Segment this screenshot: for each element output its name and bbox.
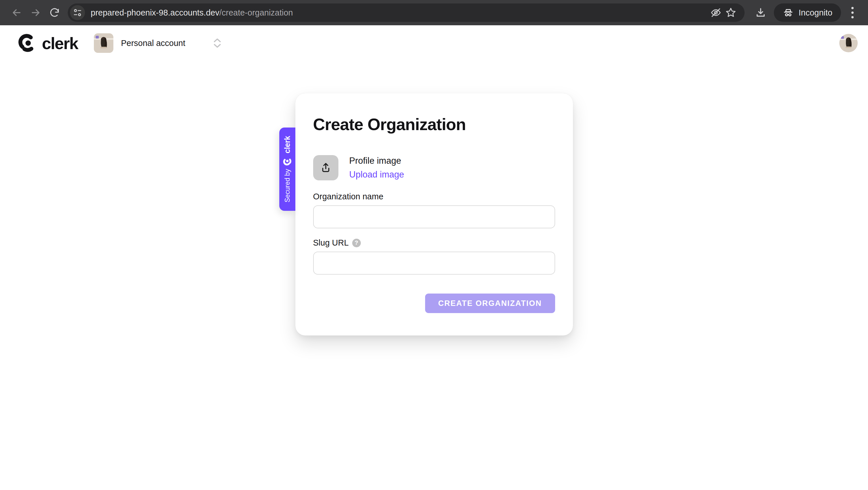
organization-name-label: Organization name xyxy=(313,192,383,201)
profile-image-label: Profile image xyxy=(349,156,404,166)
create-organization-button[interactable]: CREATE ORGANIZATION xyxy=(425,293,555,313)
forward-icon xyxy=(30,7,41,19)
user-menu-avatar[interactable] xyxy=(839,34,858,52)
back-button[interactable] xyxy=(9,5,25,21)
organization-name-input[interactable] xyxy=(313,205,555,228)
reload-icon xyxy=(49,7,60,19)
create-organization-card: Secured by clerk Create Organization Pro… xyxy=(296,93,573,336)
eye-off-button[interactable] xyxy=(708,5,723,20)
upload-icon xyxy=(320,162,332,174)
incognito-badge: Incognito xyxy=(774,3,841,22)
star-icon xyxy=(725,7,737,19)
secured-by-text: Secured by xyxy=(283,169,291,202)
url-domain: prepared-phoenix-98.accounts.dev xyxy=(91,8,219,17)
kebab-menu-icon xyxy=(851,7,854,9)
clerk-ribbon-logo-icon xyxy=(283,157,291,166)
url-path: /create-organization xyxy=(219,8,293,17)
site-settings-button[interactable] xyxy=(70,5,85,20)
brand-wordmark: clerk xyxy=(42,34,78,53)
profile-image-section: Profile image Upload image xyxy=(313,155,555,180)
clerk-logo-icon xyxy=(19,34,37,53)
download-button[interactable] xyxy=(753,5,769,21)
secured-by-brand: clerk xyxy=(283,136,291,154)
incognito-label: Incognito xyxy=(799,8,832,18)
main-content: Secured by clerk Create Organization Pro… xyxy=(0,61,868,336)
address-bar[interactable]: prepared-phoenix-98.accounts.dev/create-… xyxy=(68,3,745,22)
download-icon xyxy=(755,7,767,19)
profile-image-upload-box[interactable] xyxy=(313,155,338,180)
clerk-brand: clerk xyxy=(19,34,78,53)
eye-off-icon xyxy=(710,7,722,19)
slug-help-icon[interactable]: ? xyxy=(352,239,361,247)
browser-toolbar: prepared-phoenix-98.accounts.dev/create-… xyxy=(0,0,868,25)
incognito-icon xyxy=(782,7,794,19)
secured-by-clerk-ribbon[interactable]: Secured by clerk xyxy=(279,127,296,211)
account-switcher-label: Personal account xyxy=(121,38,185,48)
bookmark-star-button[interactable] xyxy=(723,5,738,20)
reload-button[interactable] xyxy=(46,5,63,21)
site-header: clerk Personal account xyxy=(0,25,868,61)
chevron-updown-icon xyxy=(214,38,221,48)
account-switcher[interactable]: Personal account xyxy=(94,33,221,53)
slug-url-input[interactable] xyxy=(313,252,555,275)
slug-url-label: Slug URL xyxy=(313,238,349,248)
account-avatar xyxy=(94,33,113,53)
url-text: prepared-phoenix-98.accounts.dev/create-… xyxy=(91,8,708,18)
back-icon xyxy=(11,7,22,19)
page-title: Create Organization xyxy=(313,115,555,134)
site-settings-icon xyxy=(73,8,82,18)
browser-menu-button[interactable] xyxy=(846,5,859,21)
forward-button[interactable] xyxy=(28,5,43,21)
upload-image-link[interactable]: Upload image xyxy=(349,170,404,180)
